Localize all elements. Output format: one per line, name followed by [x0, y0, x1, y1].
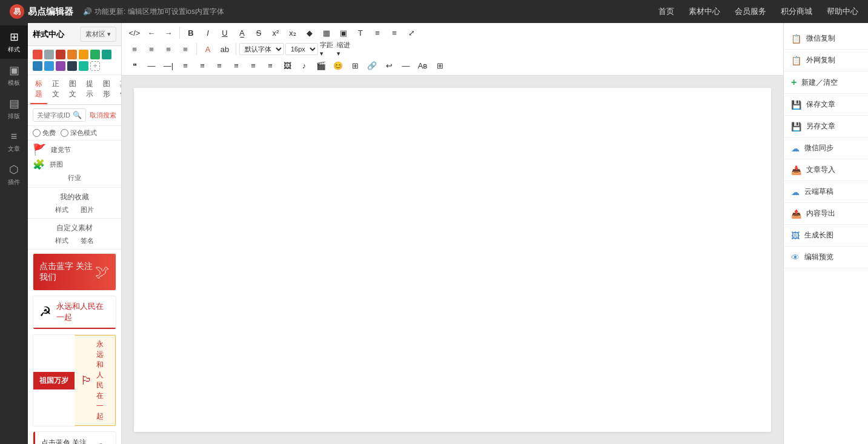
- tb-bg-color-btn[interactable]: ab: [217, 42, 233, 56]
- color-orange[interactable]: [67, 50, 77, 59]
- action-save-as[interactable]: 💾 另存文章: [784, 116, 868, 138]
- style-card-1[interactable]: ☭ 永远和人民在一起: [33, 296, 116, 330]
- color-darkred[interactable]: [56, 50, 65, 59]
- tb-diamond-btn[interactable]: ◆: [302, 25, 317, 40]
- tab-figure[interactable]: 图文: [64, 75, 81, 104]
- style-card-2[interactable]: 祖国万岁 🏳 永远和人民在一起: [33, 334, 116, 426]
- sidebar-item-style[interactable]: ⊞ 样式: [0, 25, 28, 59]
- tb-strike-btn[interactable]: S: [251, 25, 267, 40]
- search-clear-button[interactable]: 取消搜索: [90, 111, 116, 120]
- filter-free[interactable]: 免费: [33, 128, 56, 138]
- style-card-0[interactable]: 点击蓝字 关注我们 🕊: [33, 253, 116, 291]
- tb-align-l-btn[interactable]: ≡: [211, 58, 227, 73]
- tb-caps-btn[interactable]: Aʙ: [415, 58, 431, 73]
- action-wechat-copy[interactable]: 📋 微信复制: [784, 28, 868, 50]
- cat-puzzle[interactable]: 拼图: [47, 159, 65, 170]
- tb-table2-btn[interactable]: ⊞: [432, 58, 448, 73]
- tab-shape[interactable]: 图形: [98, 75, 115, 104]
- tb-underline-btn[interactable]: U: [217, 25, 233, 40]
- color-lightblue[interactable]: [44, 61, 54, 71]
- nav-membership[interactable]: 会员服务: [735, 6, 766, 17]
- tb-align-j-btn[interactable]: ≡: [262, 58, 278, 73]
- tb-code-btn[interactable]: </>: [127, 25, 142, 40]
- tb-fullscreen-btn[interactable]: ⤢: [403, 25, 419, 40]
- style-card-3[interactable]: 点击蓝色 关注我们 ☭: [33, 431, 116, 444]
- action-cloud-draft[interactable]: ☁ 云端草稿: [784, 181, 868, 203]
- color-yellow[interactable]: [79, 50, 88, 59]
- sidebar-item-layout[interactable]: ▤ 排版: [0, 92, 28, 125]
- tb-sub-btn[interactable]: x₂: [285, 25, 300, 40]
- tb-align-r-btn[interactable]: ≡: [245, 58, 261, 73]
- tb-bold-btn[interactable]: B: [183, 25, 199, 40]
- sidebar-item-article[interactable]: ≡ 文章: [0, 125, 28, 158]
- tb-hrule-btn[interactable]: —: [144, 58, 159, 73]
- action-external-copy[interactable]: 📋 外网复制: [784, 50, 868, 71]
- tb-letter-spacing-btn[interactable]: 字距 ▾: [319, 42, 335, 56]
- cat-custom-sign[interactable]: 签名: [78, 235, 96, 247]
- tb-audio-btn[interactable]: ♪: [296, 58, 312, 73]
- nav-home[interactable]: 首页: [658, 6, 674, 17]
- tb-ol-btn[interactable]: ≡: [194, 58, 210, 73]
- color-add-button[interactable]: +: [90, 61, 100, 71]
- tb-list2-btn[interactable]: ≡: [386, 25, 402, 40]
- tb-dash-btn[interactable]: —: [398, 58, 414, 73]
- editor-canvas[interactable]: [134, 88, 771, 432]
- color-teal[interactable]: [102, 50, 111, 59]
- tb-align-c-btn[interactable]: ≡: [228, 58, 244, 73]
- cat-party[interactable]: 建党节: [48, 144, 73, 156]
- action-export[interactable]: 📤 内容导出: [784, 203, 868, 225]
- tb-link-btn[interactable]: 🔗: [364, 58, 380, 73]
- tb-video-btn[interactable]: 🎬: [313, 58, 329, 73]
- tb-align-right-btn[interactable]: ≡: [161, 42, 176, 56]
- tb-border-btn[interactable]: ▣: [336, 25, 351, 40]
- tab-body[interactable]: 正文: [47, 75, 64, 104]
- tb-italic-btn[interactable]: I: [200, 25, 216, 40]
- nav-points[interactable]: 积分商城: [781, 6, 812, 17]
- tb-emoji-btn[interactable]: 😊: [330, 58, 346, 73]
- action-generate-image[interactable]: 🖼 生成长图: [784, 225, 868, 247]
- action-import[interactable]: 📥 文章导入: [784, 159, 868, 181]
- tb-ul-btn[interactable]: ≡: [177, 58, 193, 73]
- cat-industry[interactable]: 行业: [65, 173, 84, 182]
- sidebar-item-template[interactable]: ▣ 模板: [0, 59, 28, 92]
- color-gray[interactable]: [44, 50, 54, 59]
- tb-font-color-btn[interactable]: A: [200, 42, 216, 56]
- tb-align-left-btn[interactable]: ≡: [127, 42, 142, 56]
- tb-list-btn[interactable]: ≡: [369, 25, 385, 40]
- color-purple[interactable]: [56, 61, 65, 71]
- tb-indent-btn[interactable]: 缩进 ▾: [336, 42, 352, 56]
- cat-my-style[interactable]: 样式: [53, 204, 71, 216]
- color-green[interactable]: [90, 50, 100, 59]
- color-dark[interactable]: [67, 61, 77, 71]
- tb-sup-btn[interactable]: x²: [268, 25, 283, 40]
- tb-undo-btn[interactable]: ←: [144, 25, 159, 40]
- tb-quote-btn[interactable]: ❝: [127, 58, 142, 73]
- tab-title[interactable]: 标题: [30, 75, 47, 104]
- action-new-clear[interactable]: + 新建／清空: [784, 71, 868, 94]
- tb-align-justify-btn[interactable]: ≡: [177, 42, 193, 56]
- search-input[interactable]: [37, 111, 70, 119]
- action-wechat-sync[interactable]: ☁ 微信同步: [784, 138, 868, 159]
- action-save[interactable]: 💾 保存文章: [784, 94, 868, 116]
- tb-table-btn[interactable]: ▦: [319, 25, 334, 40]
- color-red[interactable]: [33, 50, 42, 59]
- material-badge[interactable]: 素材区 ▾: [80, 27, 116, 42]
- tb-hrule2-btn[interactable]: —|: [161, 58, 176, 73]
- tb-undo2-btn[interactable]: ↩: [381, 58, 397, 73]
- color-blue[interactable]: [33, 61, 42, 71]
- sidebar-item-plugin[interactable]: ⬡ 插件: [0, 158, 28, 191]
- nav-help[interactable]: 帮助中心: [827, 6, 858, 17]
- font-family-select[interactable]: 默认字体: [239, 43, 284, 55]
- font-size-select[interactable]: 16px: [285, 43, 318, 55]
- tb-text-btn[interactable]: T: [353, 25, 368, 40]
- tb-image-btn[interactable]: 🖼: [279, 58, 295, 73]
- cat-my-image[interactable]: 图片: [78, 204, 96, 216]
- action-preview[interactable]: 👁 编辑预览: [784, 247, 868, 268]
- color-cyan[interactable]: [79, 61, 88, 71]
- tb-grid-btn[interactable]: ⊞: [347, 58, 363, 73]
- filter-dark[interactable]: 深色模式: [61, 128, 97, 138]
- tab-other[interactable]: 其他: [115, 75, 122, 104]
- tb-align-btn[interactable]: A̲: [234, 25, 250, 40]
- tb-align-center-btn[interactable]: ≡: [144, 42, 159, 56]
- tb-redo-btn[interactable]: →: [161, 25, 176, 40]
